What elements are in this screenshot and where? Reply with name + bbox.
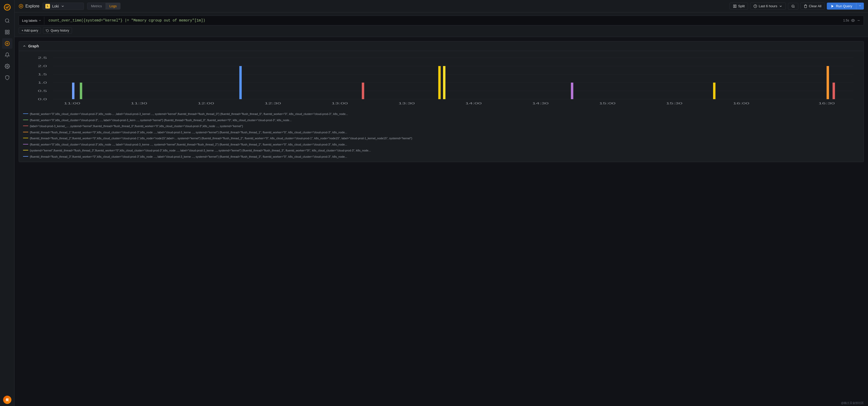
legend-row-6: {systemd="kernel",fluentd_thread="flush_… — [23, 147, 860, 154]
query-duration: 1.5s — [843, 19, 849, 22]
zoom-out-button[interactable] — [788, 3, 798, 9]
svg-text:2.0: 2.0 — [38, 65, 47, 68]
legend-row-7: {fluentd_thread="flush_thread_3",fluentd… — [23, 154, 860, 160]
chart-bar — [438, 66, 440, 99]
legend-text-4: {fluentd_thread="flush_thread_2",fluentd… — [30, 136, 860, 141]
eye-icon[interactable] — [851, 19, 855, 22]
svg-rect-12 — [735, 5, 736, 7]
query-meta: 1.5s — [843, 19, 861, 22]
svg-text:1.0: 1.0 — [38, 81, 47, 84]
add-query-label: + Add query — [22, 29, 38, 32]
chart-svg: 2.5 2.0 1.5 1.0 0.5 0.0 — [23, 55, 860, 107]
log-labels-button[interactable]: Log labels — [22, 16, 44, 25]
legend-section: {fluentd_worker="0",k8s_cloud_cluster="c… — [19, 109, 864, 162]
graph-header[interactable]: Graph — [19, 41, 864, 51]
sidebar-item-shield[interactable] — [2, 72, 12, 83]
svg-marker-16 — [832, 5, 834, 7]
svg-text:16:00: 16:00 — [733, 102, 750, 105]
chart-bar — [833, 82, 835, 99]
chart-bar — [240, 66, 242, 99]
run-query-group: Run Query — [827, 3, 864, 9]
caret-down-icon — [859, 4, 862, 7]
sidebar-item-dashboards[interactable] — [2, 27, 12, 37]
svg-rect-4 — [7, 33, 9, 34]
tab-logs[interactable]: Logs — [106, 3, 120, 9]
datasource-icon: L — [45, 4, 50, 8]
zoom-out-icon — [791, 4, 795, 8]
sidebar-bottom: 粲 — [3, 396, 11, 404]
page-title: Explore — [25, 4, 39, 8]
query-editor-area: Log labels 1.5s + Add query Query histor… — [14, 12, 868, 37]
svg-text:15:30: 15:30 — [666, 102, 683, 105]
tab-metrics[interactable]: Metrics — [87, 3, 106, 9]
clear-all-button[interactable]: Clear All — [800, 3, 825, 9]
graph-title: Graph — [28, 44, 39, 48]
split-icon — [733, 4, 737, 8]
legend-row-4: {fluentd_thread="flush_thread_2",fluentd… — [23, 135, 860, 142]
svg-text:14:00: 14:00 — [465, 102, 482, 105]
svg-text:2.5: 2.5 — [38, 56, 47, 59]
history-icon — [46, 29, 49, 32]
compass-icon — [19, 4, 23, 8]
svg-point-9 — [19, 4, 23, 8]
svg-text:16:30: 16:30 — [818, 102, 835, 105]
svg-text:1.5: 1.5 — [38, 73, 47, 76]
legend-color-1 — [23, 120, 28, 120]
svg-text:14:30: 14:30 — [532, 102, 549, 105]
legend-color-7 — [23, 156, 28, 157]
avatar[interactable]: 粲 — [3, 396, 11, 404]
legend-color-5 — [23, 144, 28, 144]
topbar-actions: Split Last 6 hours Clear All Run Query — [730, 3, 864, 9]
legend-row-1: {fluentd_worker="0",k8s_cloud_cluster="c… — [23, 117, 860, 124]
clear-all-label: Clear All — [809, 4, 822, 8]
collapse-icon — [23, 44, 26, 48]
svg-point-7 — [6, 43, 8, 44]
svg-rect-3 — [7, 30, 9, 32]
legend-text-2: {label="cloud-prod-3_kernel_... ,systemd… — [30, 124, 860, 128]
watermark: @杨土豆金技社区 — [841, 401, 864, 405]
svg-point-8 — [6, 66, 8, 67]
legend-color-0 — [23, 113, 28, 114]
chart-bar — [443, 66, 445, 99]
legend-text-1: {fluentd_worker="0",k8s_cloud_cluster="c… — [30, 118, 860, 123]
query-history-label: Query history — [51, 29, 69, 32]
sidebar-item-alerting[interactable] — [2, 50, 12, 60]
topbar: Explore L Loki Metrics Logs Split Last 6… — [14, 0, 868, 12]
legend-text-6: {systemd="kernel",fluentd_thread="flush_… — [30, 148, 860, 153]
chart-bar — [571, 82, 573, 99]
sidebar-item-config[interactable] — [2, 61, 12, 71]
time-range-label: Last 6 hours — [759, 4, 777, 8]
svg-text:11:30: 11:30 — [131, 102, 148, 105]
query-input[interactable] — [48, 16, 841, 25]
svg-point-6 — [5, 41, 9, 46]
svg-point-10 — [21, 5, 22, 7]
minus-icon[interactable] — [857, 19, 861, 22]
chart-bar — [72, 82, 74, 99]
query-type-tabs: Metrics Logs — [87, 3, 121, 9]
add-query-button[interactable]: + Add query — [19, 28, 41, 34]
run-query-label: Run Query — [836, 4, 852, 8]
chart-bar — [713, 82, 715, 99]
legend-color-3 — [23, 132, 28, 132]
sidebar-item-search[interactable] — [2, 15, 12, 26]
svg-text:12:00: 12:00 — [198, 102, 214, 105]
sidebar-item-explore[interactable] — [2, 38, 12, 49]
svg-rect-11 — [734, 5, 735, 7]
time-range-button[interactable]: Last 6 hours — [750, 3, 786, 9]
run-query-button[interactable]: Run Query — [827, 3, 856, 9]
query-history-button[interactable]: Query history — [43, 28, 72, 34]
legend-row-5: {fluentd_worker="0",k8s_cloud_cluster="c… — [23, 142, 860, 148]
split-button[interactable]: Split — [730, 3, 748, 9]
svg-text:13:00: 13:00 — [331, 102, 348, 105]
svg-text:15:00: 15:00 — [599, 102, 616, 105]
legend-text-7: {fluentd_thread="flush_thread_3",fluentd… — [30, 155, 860, 159]
clock-icon — [753, 4, 757, 8]
app-logo[interactable] — [2, 2, 12, 12]
run-query-caret[interactable] — [856, 3, 864, 9]
chevron-down-icon — [61, 4, 64, 8]
datasource-selector[interactable]: L Loki — [42, 3, 84, 10]
graph-section: Graph 2.5 2.0 1.5 — [19, 41, 864, 162]
legend-row-3: {fluentd_thread="flush_thread_1",fluentd… — [23, 130, 860, 136]
chevron-down-icon — [38, 19, 41, 22]
svg-rect-5 — [5, 33, 7, 34]
